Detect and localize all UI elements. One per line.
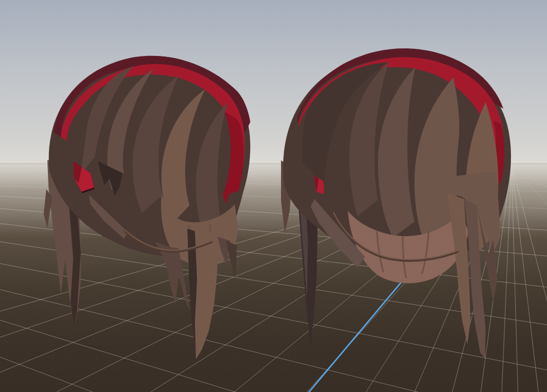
viewport-3d[interactable]: [0, 0, 547, 392]
